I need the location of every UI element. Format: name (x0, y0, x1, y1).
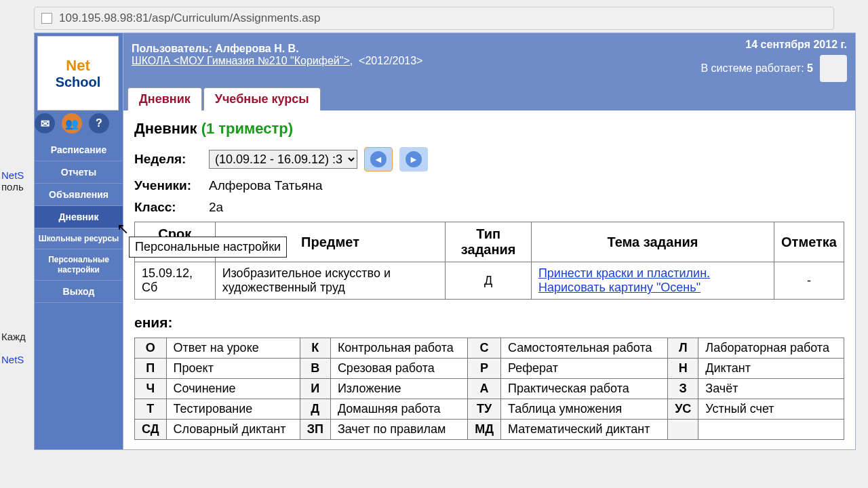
school-link[interactable]: ШКОЛА <МОУ Гимназия №210 "Корифей">, (132, 55, 353, 66)
week-label: Неделя: (134, 152, 202, 167)
sidebar-item[interactable]: Школьные ресурсы (35, 228, 123, 249)
tooltip: Персональные настройки (129, 237, 287, 258)
pupil-value: Алферова Татьяна (209, 178, 323, 193)
prev-week-button[interactable]: ◄ (364, 147, 393, 171)
tab-bar: Дневник Учебные курсы (123, 87, 855, 110)
header-user-block: Пользователь: Алферова Н. В. ШКОЛА <МОУ … (132, 39, 422, 67)
sidebar-item[interactable]: Дневник (35, 206, 123, 228)
class-value: 2а (209, 200, 223, 215)
page-icon (41, 13, 52, 24)
legend-row: ТТестированиеДДомашняя работаТУТаблица у… (135, 399, 844, 420)
sidebar-item[interactable]: Отчеты (35, 161, 123, 184)
sidebar-item[interactable]: Объявления (35, 184, 123, 206)
tab-diary[interactable]: Дневник (127, 87, 202, 110)
browser-address-bar: 109.195.98.98:81/asp/Curriculum/Assignme… (34, 7, 834, 30)
table-row: 15.09.12, СбИзобразительное искусство и … (135, 262, 844, 300)
week-select[interactable]: (10.09.12 - 16.09.12) :3 (209, 150, 357, 169)
legend-table: ООтвет на урокеККонтрольная работаССамос… (134, 338, 844, 440)
class-label: Класс: (134, 200, 202, 215)
legend-row: ЧСочинениеИИзложениеАПрактическая работа… (135, 379, 844, 399)
pupil-label: Ученики: (134, 178, 202, 193)
sidebar-item[interactable]: Персональные настройки (35, 249, 123, 281)
main-panel: Пользователь: Алферова Н. В. ШКОЛА <МОУ … (123, 33, 855, 449)
users-icon[interactable]: 👥 (62, 113, 82, 134)
background-page-hint: NetS поль Кажд NetS (1, 169, 26, 365)
legend-row: ППроектВСрезовая работаРРефератНДиктант (135, 359, 844, 379)
legend-title: ения: (134, 314, 844, 331)
table-header: Отметка (774, 222, 844, 262)
legend-row: ООтвет на урокеККонтрольная работаССамос… (135, 338, 844, 359)
sidebar-item[interactable]: Расписание (35, 139, 123, 161)
header-right: 14 сентября 2012 г. В системе работает: … (701, 39, 848, 82)
mail-icon[interactable]: ✉ (35, 113, 55, 134)
header-bar: Пользователь: Алферова Н. В. ШКОЛА <МОУ … (123, 33, 855, 87)
cursor-pointer-icon: ↖ (117, 220, 129, 238)
sidebar-nav: РасписаниеОтчетыОбъявленияДневникШкольны… (35, 139, 123, 303)
logo: Net School (37, 36, 119, 110)
page-title: Дневник (1 триместр) (134, 120, 844, 138)
app-window: Net School ✉ 👥 ? РасписаниеОтчетыОбъявле… (34, 33, 856, 450)
arrow-right-icon: ► (406, 151, 422, 167)
exit-icon[interactable] (820, 55, 847, 82)
next-week-button[interactable]: ► (399, 147, 428, 171)
tab-courses[interactable]: Учебные курсы (203, 87, 321, 110)
help-icon[interactable]: ? (89, 113, 109, 134)
url-text: 109.195.98.98:81/asp/Curriculum/Assignme… (59, 12, 321, 25)
table-header: Тема задания (531, 222, 774, 262)
table-header: Тип задания (446, 222, 531, 262)
assignments-table: Срок сдачиПредметТип заданияТема задания… (134, 222, 844, 300)
arrow-left-icon: ◄ (370, 151, 387, 167)
assignment-topic-link[interactable]: Принести краски и пластилин. Нарисовать … (538, 266, 710, 294)
legend-row: СДСловарный диктантЗПЗачет по правиламМД… (135, 420, 844, 440)
sidebar-item[interactable]: Выход (35, 281, 123, 303)
